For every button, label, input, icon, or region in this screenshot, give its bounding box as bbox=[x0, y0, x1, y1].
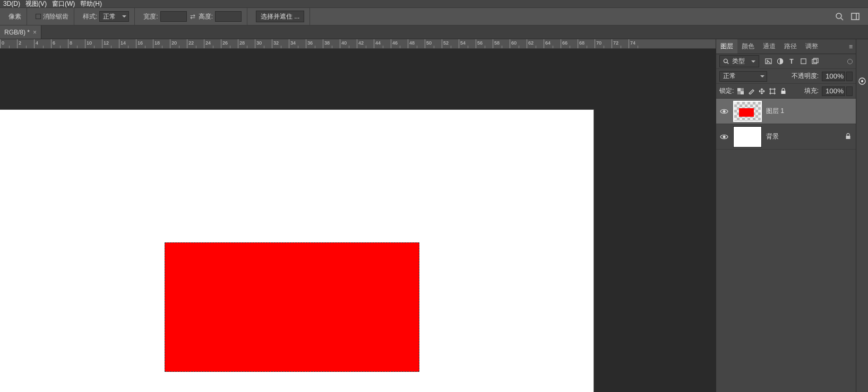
tab-colors[interactable]: 颜色 bbox=[737, 39, 759, 54]
main-area: 0246810121416182022242628303234363840424… bbox=[0, 39, 868, 392]
svg-rect-16 bbox=[741, 88, 744, 91]
opacity-label: 不透明度: bbox=[792, 72, 819, 81]
document-tab-label: RGB/8) * bbox=[4, 29, 30, 36]
style-label: 样式: bbox=[83, 12, 97, 21]
panel-menu-icon[interactable]: ≡ bbox=[846, 43, 856, 50]
tab-layers[interactable]: 图层 bbox=[716, 39, 737, 54]
search-icon[interactable] bbox=[834, 11, 845, 22]
tab-adjustments[interactable]: 调整 bbox=[801, 39, 822, 54]
lock-row: 锁定: 填充: bbox=[716, 84, 856, 99]
layer-locked-icon bbox=[845, 133, 853, 141]
tab-channels[interactable]: 通道 bbox=[759, 39, 780, 54]
layer-row[interactable]: 背景 bbox=[716, 124, 856, 150]
width-label: 宽度: bbox=[143, 12, 158, 21]
svg-line-1 bbox=[841, 18, 843, 20]
visibility-toggle-icon[interactable] bbox=[719, 107, 729, 116]
svg-rect-2 bbox=[852, 13, 859, 20]
layers-panel: 图层 颜色 通道 路径 调整 ≡ 类型 T bbox=[716, 39, 856, 392]
layer-filter-label: 类型 bbox=[732, 57, 745, 66]
workspace-switcher-icon[interactable] bbox=[850, 11, 861, 22]
collapsed-panel-strip[interactable] bbox=[856, 39, 868, 392]
width-input[interactable] bbox=[160, 11, 187, 22]
height-label: 高度: bbox=[199, 12, 213, 21]
document-tab[interactable]: RGB/8) * × bbox=[0, 25, 41, 39]
canvas-area[interactable]: 0246810121416182022242628303234363840424… bbox=[0, 39, 716, 392]
document-tab-bar: RGB/8) * × bbox=[0, 25, 868, 39]
options-bar: 像素 消除锯齿 样式: 正常 宽度: ⇄ 高度: 选择并遮住 ... bbox=[0, 7, 868, 25]
canvas-background bbox=[0, 49, 716, 392]
svg-rect-14 bbox=[737, 88, 741, 91]
tab-paths[interactable]: 路径 bbox=[780, 39, 801, 54]
opacity-input[interactable] bbox=[822, 72, 845, 81]
fill-input[interactable] bbox=[822, 86, 845, 96]
layer-name-label[interactable]: 背景 bbox=[766, 132, 841, 141]
visibility-toggle-icon[interactable] bbox=[719, 132, 729, 142]
properties-icon[interactable] bbox=[857, 76, 867, 86]
layers-list: 图层 1 背景 bbox=[716, 99, 856, 392]
layer-row[interactable]: 图层 1 bbox=[716, 99, 856, 124]
panel-tabs: 图层 颜色 通道 路径 调整 ≡ bbox=[716, 39, 856, 54]
select-and-mask-button[interactable]: 选择并遮住 ... bbox=[256, 11, 304, 22]
filter-pixel-icon[interactable] bbox=[764, 58, 772, 65]
svg-rect-11 bbox=[801, 59, 805, 64]
height-input[interactable] bbox=[215, 11, 242, 22]
layer-filter-row: 类型 T bbox=[716, 54, 856, 69]
layer-thumbnail[interactable] bbox=[733, 126, 762, 147]
filter-text-icon[interactable]: T bbox=[788, 58, 795, 65]
main-menu-bar: 3D(D) 视图(V) 窗口(W) 帮助(H) bbox=[0, 0, 868, 7]
svg-point-24 bbox=[862, 81, 863, 82]
filter-shape-icon[interactable] bbox=[800, 58, 807, 65]
blend-mode-row: 正常 不透明度: bbox=[716, 69, 856, 84]
menu-item[interactable]: 3D(D) bbox=[3, 0, 20, 7]
opacity-dropdown-icon[interactable] bbox=[846, 72, 853, 81]
close-tab-icon[interactable]: × bbox=[33, 29, 37, 36]
horizontal-ruler[interactable]: 0246810121416182022242628303234363840424… bbox=[0, 39, 716, 49]
antialias-checkbox[interactable] bbox=[36, 14, 41, 19]
lock-artboard-icon[interactable] bbox=[769, 88, 776, 95]
filter-toggle-switch[interactable] bbox=[847, 59, 853, 64]
antialias-label: 消除锯齿 bbox=[43, 12, 68, 21]
lock-all-icon[interactable] bbox=[779, 88, 787, 95]
lock-label: 锁定: bbox=[719, 86, 734, 95]
style-select[interactable]: 正常 bbox=[99, 11, 129, 22]
svg-line-7 bbox=[727, 63, 729, 64]
svg-point-21 bbox=[723, 136, 725, 138]
svg-rect-18 bbox=[770, 89, 775, 93]
svg-rect-22 bbox=[846, 136, 850, 139]
lock-pixels-icon[interactable] bbox=[747, 88, 755, 95]
blend-mode-select[interactable]: 正常 bbox=[719, 71, 767, 82]
lock-position-icon[interactable] bbox=[758, 88, 766, 95]
filter-adjustment-icon[interactable] bbox=[776, 58, 784, 65]
svg-rect-17 bbox=[737, 91, 741, 94]
svg-point-0 bbox=[836, 13, 841, 19]
layer-filter-icons: T bbox=[764, 58, 819, 65]
swap-dimensions-icon[interactable]: ⇄ bbox=[189, 13, 196, 20]
svg-rect-15 bbox=[741, 91, 744, 94]
fill-label: 填充: bbox=[804, 86, 819, 95]
svg-point-20 bbox=[723, 110, 725, 112]
svg-rect-19 bbox=[781, 91, 785, 94]
svg-point-6 bbox=[724, 59, 727, 63]
layer-thumbnail[interactable] bbox=[733, 101, 762, 122]
lock-transparency-icon[interactable] bbox=[737, 88, 744, 95]
layer-filter-type-select[interactable]: 类型 bbox=[719, 55, 759, 67]
unit-label: 像素 bbox=[8, 12, 21, 21]
red-rectangular-selection[interactable] bbox=[165, 242, 419, 372]
layer-name-label[interactable]: 图层 1 bbox=[766, 107, 853, 116]
filter-smartobject-icon[interactable] bbox=[811, 58, 819, 65]
fill-dropdown-icon[interactable] bbox=[846, 86, 853, 96]
svg-rect-12 bbox=[812, 59, 816, 64]
